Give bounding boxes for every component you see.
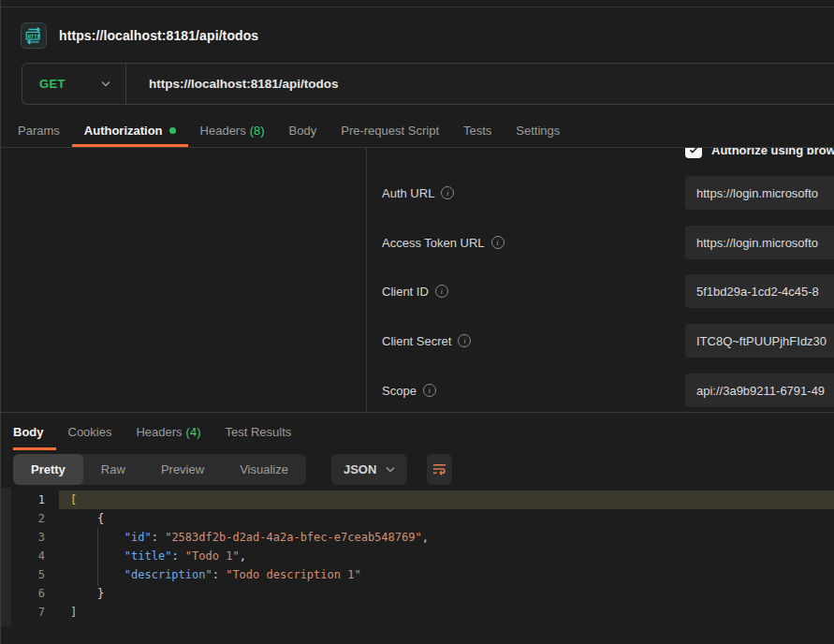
top-divider: [1, 0, 834, 7]
segment-label: Raw: [101, 462, 125, 476]
authorization-panel: Authorize using brow Auth URL Access Tok…: [1, 148, 834, 412]
indent-guide: [97, 528, 98, 586]
code-line: 1[: [1, 490, 834, 509]
tab-body[interactable]: Body: [277, 113, 329, 147]
info-icon[interactable]: [423, 384, 436, 397]
client-secret-input[interactable]: [685, 324, 834, 358]
auth-url-label: Auth URL: [382, 186, 454, 200]
tab-count: (4): [186, 425, 201, 439]
field-label-text: Access Token URL: [382, 236, 485, 250]
chevron-down-icon: [386, 466, 395, 473]
segment-label: Preview: [161, 462, 204, 476]
chevron-down-icon: [101, 80, 110, 87]
scope-label: Scope: [382, 384, 436, 398]
tab-authorization[interactable]: Authorization: [72, 113, 188, 147]
field-label-text: Client Secret: [382, 334, 451, 348]
method-select[interactable]: GET: [22, 64, 126, 104]
segment-label: Pretty: [31, 462, 66, 476]
tab-label: Settings: [516, 124, 560, 138]
tab-label: Params: [18, 124, 60, 138]
tab-label: Cookies: [68, 425, 112, 439]
client-secret-row: Client Secret: [367, 324, 834, 358]
code-line-content: "title": "Todo 1",: [59, 547, 834, 565]
url-input[interactable]: [126, 64, 834, 104]
svg-text:HTTP: HTTP: [27, 33, 40, 38]
tab-label: Headers: [200, 124, 246, 138]
code-line: 6 }: [1, 584, 834, 603]
code-line: 5 "description": "Todo description 1": [1, 565, 834, 584]
access-token-url-input[interactable]: [685, 226, 834, 259]
auth-configured-dot: [169, 127, 176, 134]
view-mode-preview[interactable]: Preview: [143, 454, 222, 485]
code-line: 2 {: [1, 509, 834, 528]
wrap-line-icon: [432, 461, 447, 477]
tab-label: Body: [289, 124, 317, 138]
tab-label: Pre-request Script: [341, 124, 439, 138]
tab-tests[interactable]: Tests: [451, 113, 504, 147]
tab-label: Body: [13, 425, 44, 439]
auth-url-row: Auth URL: [367, 176, 834, 210]
code-line-content: "id": "2583df2b-d2ad-4a2a-bfec-e7ceab548…: [59, 528, 834, 547]
code-line: 3 "id": "2583df2b-d2ad-4a2a-bfec-e7ceab5…: [1, 528, 834, 547]
tab-label: Test Results: [226, 425, 292, 439]
view-mode-visualize[interactable]: Visualize: [222, 454, 306, 485]
editor-gutter-strip: [1, 488, 11, 626]
scope-input[interactable]: [685, 373, 834, 407]
response-tab-headers[interactable]: Headers (4): [124, 413, 212, 450]
checkmark-icon: [688, 148, 699, 155]
tab-label: Headers: [136, 425, 182, 439]
tab-params[interactable]: Params: [6, 113, 72, 147]
request-header: HTTP https://localhost:8181/api/todos: [1, 7, 834, 63]
url-bar: GET: [22, 63, 834, 105]
code-line-content: }: [59, 584, 834, 603]
postman-window: HTTP https://localhost:8181/api/todos GE…: [0, 0, 834, 644]
access-token-url-label: Access Token URL: [382, 236, 505, 250]
field-label-text: Auth URL: [382, 186, 434, 200]
tab-label: Authorization: [84, 124, 163, 138]
access-token-url-row: Access Token URL: [367, 226, 834, 259]
code-line: 4 "title": "Todo 1",: [1, 547, 834, 565]
response-tab-body[interactable]: Body: [13, 413, 56, 450]
auth-type-pane: [1, 148, 367, 412]
response-panel: Body Cookies Headers (4) Test Results Pr…: [1, 412, 834, 644]
response-tab-test-results[interactable]: Test Results: [213, 413, 304, 450]
method-label: GET: [39, 77, 66, 91]
code-line-content: ]: [59, 603, 834, 622]
code-line-content: "description": "Todo description 1": [59, 565, 834, 584]
tab-pre-request-script[interactable]: Pre-request Script: [329, 113, 451, 147]
format-select[interactable]: JSON: [331, 454, 407, 485]
authorize-browser-checkbox[interactable]: [685, 148, 702, 158]
view-mode-raw[interactable]: Raw: [83, 454, 143, 485]
client-id-input[interactable]: [685, 274, 834, 308]
view-mode-pretty[interactable]: Pretty: [13, 454, 83, 485]
http-request-icon: HTTP: [21, 22, 47, 49]
field-label-text: Client ID: [382, 285, 429, 299]
authorize-browser-label: Authorize using brow: [711, 148, 834, 157]
field-label-text: Scope: [382, 384, 417, 398]
info-icon[interactable]: [435, 285, 448, 298]
request-title: https://localhost:8181/api/todos: [59, 28, 258, 43]
tab-headers[interactable]: Headers (8): [188, 113, 277, 147]
info-icon[interactable]: [458, 334, 471, 347]
request-tabs: Params Authorization Headers (8) Body Pr…: [1, 113, 834, 148]
info-icon[interactable]: [491, 236, 505, 249]
wrap-line-button[interactable]: [427, 454, 452, 485]
auth-config-pane: Authorize using brow Auth URL Access Tok…: [367, 148, 834, 412]
response-tabs: Body Cookies Headers (4) Test Results: [1, 413, 834, 450]
code-lines: 1[2 {3 "id": "2583df2b-d2ad-4a2a-bfec-e7…: [1, 490, 834, 622]
tab-settings[interactable]: Settings: [504, 113, 572, 147]
response-tab-cookies[interactable]: Cookies: [56, 413, 124, 450]
format-select-label: JSON: [344, 462, 376, 476]
code-line-content: [: [59, 490, 834, 509]
segment-label: Visualize: [240, 462, 288, 476]
client-secret-label: Client Secret: [382, 334, 471, 348]
client-id-label: Client ID: [382, 285, 448, 299]
tab-label: Tests: [463, 124, 491, 138]
client-id-row: Client ID: [367, 274, 834, 308]
info-icon[interactable]: [441, 186, 454, 199]
view-mode-segmented-control: Pretty Raw Preview Visualize: [13, 454, 306, 485]
code-line-content: {: [59, 509, 834, 528]
auth-url-input[interactable]: [685, 176, 834, 210]
scope-row: Scope: [367, 373, 834, 407]
response-body-viewer[interactable]: 1[2 {3 "id": "2583df2b-d2ad-4a2a-bfec-e7…: [1, 488, 834, 644]
